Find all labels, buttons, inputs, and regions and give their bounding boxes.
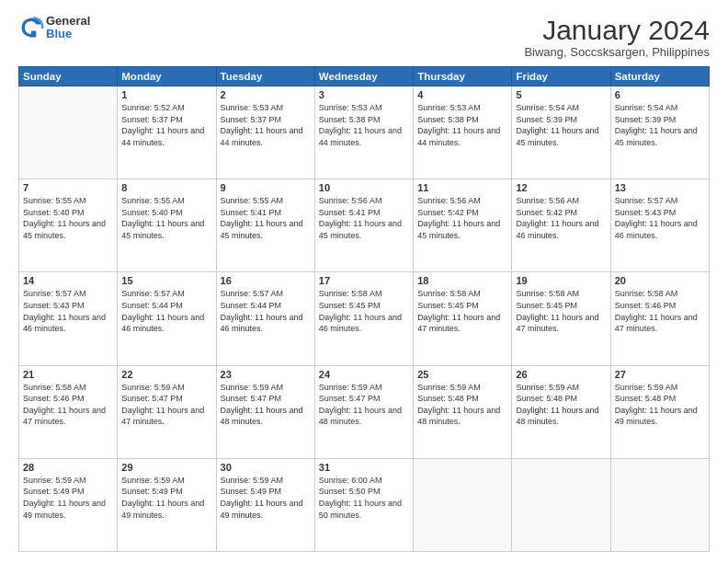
calendar-cell: 3Sunrise: 5:53 AM Sunset: 5:38 PM Daylig… xyxy=(314,86,413,179)
calendar-cell: 15Sunrise: 5:57 AM Sunset: 5:44 PM Dayli… xyxy=(118,272,216,365)
logo-text: General Blue xyxy=(46,15,90,41)
cell-info: Sunrise: 5:57 AM Sunset: 5:44 PM Dayligh… xyxy=(121,288,211,334)
calendar-cell: 29Sunrise: 5:59 AM Sunset: 5:49 PM Dayli… xyxy=(118,458,216,551)
cell-day-number: 24 xyxy=(319,369,409,380)
calendar-cell: 12Sunrise: 5:56 AM Sunset: 5:42 PM Dayli… xyxy=(512,179,610,272)
calendar-cell: 6Sunrise: 5:54 AM Sunset: 5:39 PM Daylig… xyxy=(610,86,709,179)
week-row-2: 14Sunrise: 5:57 AM Sunset: 5:43 PM Dayli… xyxy=(19,272,710,365)
cell-info: Sunrise: 5:53 AM Sunset: 5:38 PM Dayligh… xyxy=(319,102,409,148)
calendar-cell: 19Sunrise: 5:58 AM Sunset: 5:45 PM Dayli… xyxy=(512,272,610,365)
cell-info: Sunrise: 5:52 AM Sunset: 5:37 PM Dayligh… xyxy=(121,102,211,148)
calendar-cell: 24Sunrise: 5:59 AM Sunset: 5:47 PM Dayli… xyxy=(314,365,413,458)
calendar-cell: 7Sunrise: 5:55 AM Sunset: 5:40 PM Daylig… xyxy=(19,179,118,272)
calendar-cell: 23Sunrise: 5:59 AM Sunset: 5:47 PM Dayli… xyxy=(216,365,314,458)
cell-info: Sunrise: 5:59 AM Sunset: 5:49 PM Dayligh… xyxy=(23,475,113,521)
calendar-cell: 11Sunrise: 5:56 AM Sunset: 5:42 PM Dayli… xyxy=(414,179,512,272)
logo-general-text: General xyxy=(46,15,90,28)
calendar-cell: 14Sunrise: 5:57 AM Sunset: 5:43 PM Dayli… xyxy=(19,272,118,365)
cell-day-number: 29 xyxy=(121,462,211,473)
cell-day-number: 11 xyxy=(417,182,507,193)
day-header-monday: Monday xyxy=(118,67,216,86)
cell-info: Sunrise: 5:56 AM Sunset: 5:42 PM Dayligh… xyxy=(516,195,606,241)
calendar-cell xyxy=(414,458,512,551)
calendar-cell xyxy=(610,458,709,551)
week-row-3: 21Sunrise: 5:58 AM Sunset: 5:46 PM Dayli… xyxy=(19,365,710,458)
cell-info: Sunrise: 5:53 AM Sunset: 5:38 PM Dayligh… xyxy=(417,102,507,148)
calendar-cell: 25Sunrise: 5:59 AM Sunset: 5:48 PM Dayli… xyxy=(414,365,512,458)
cell-day-number: 20 xyxy=(615,275,705,286)
cell-info: Sunrise: 5:59 AM Sunset: 5:47 PM Dayligh… xyxy=(221,382,311,428)
cell-info: Sunrise: 5:59 AM Sunset: 5:47 PM Dayligh… xyxy=(121,382,211,428)
calendar-table: SundayMondayTuesdayWednesdayThursdayFrid… xyxy=(18,66,710,552)
calendar-cell: 17Sunrise: 5:58 AM Sunset: 5:45 PM Dayli… xyxy=(314,272,413,365)
cell-info: Sunrise: 5:57 AM Sunset: 5:44 PM Dayligh… xyxy=(221,288,311,334)
calendar-cell xyxy=(512,458,610,551)
cell-info: Sunrise: 5:57 AM Sunset: 5:43 PM Dayligh… xyxy=(615,195,705,241)
cell-info: Sunrise: 5:54 AM Sunset: 5:39 PM Dayligh… xyxy=(516,102,606,148)
cell-info: Sunrise: 5:54 AM Sunset: 5:39 PM Dayligh… xyxy=(615,102,705,148)
cell-day-number: 12 xyxy=(516,182,606,193)
cell-day-number: 28 xyxy=(23,462,113,473)
calendar-cell xyxy=(19,86,118,179)
cell-info: Sunrise: 5:59 AM Sunset: 5:48 PM Dayligh… xyxy=(516,382,606,428)
cell-day-number: 5 xyxy=(516,89,606,100)
cell-day-number: 31 xyxy=(319,462,409,473)
day-header-wednesday: Wednesday xyxy=(314,67,413,86)
calendar-cell: 22Sunrise: 5:59 AM Sunset: 5:47 PM Dayli… xyxy=(118,365,216,458)
cell-day-number: 7 xyxy=(23,182,113,193)
cell-day-number: 1 xyxy=(121,89,211,100)
cell-day-number: 16 xyxy=(221,275,311,286)
main-title: January 2024 xyxy=(524,15,710,45)
page: General Blue January 2024 Biwang, Soccsk… xyxy=(0,0,728,563)
calendar-cell: 31Sunrise: 6:00 AM Sunset: 5:50 PM Dayli… xyxy=(314,458,413,551)
cell-info: Sunrise: 6:00 AM Sunset: 5:50 PM Dayligh… xyxy=(319,475,409,521)
cell-info: Sunrise: 5:58 AM Sunset: 5:46 PM Dayligh… xyxy=(23,382,113,428)
cell-day-number: 13 xyxy=(615,182,705,193)
calendar-cell: 27Sunrise: 5:59 AM Sunset: 5:48 PM Dayli… xyxy=(610,365,709,458)
week-row-4: 28Sunrise: 5:59 AM Sunset: 5:49 PM Dayli… xyxy=(19,458,710,551)
cell-info: Sunrise: 5:56 AM Sunset: 5:42 PM Dayligh… xyxy=(417,195,507,241)
calendar-cell: 4Sunrise: 5:53 AM Sunset: 5:38 PM Daylig… xyxy=(414,86,512,179)
cell-day-number: 14 xyxy=(23,275,113,286)
cell-day-number: 30 xyxy=(221,462,311,473)
calendar-header-row: SundayMondayTuesdayWednesdayThursdayFrid… xyxy=(19,67,710,86)
calendar-cell: 9Sunrise: 5:55 AM Sunset: 5:41 PM Daylig… xyxy=(216,179,314,272)
day-header-saturday: Saturday xyxy=(610,67,709,86)
title-block: January 2024 Biwang, Soccsksargen, Phili… xyxy=(524,15,710,59)
day-header-friday: Friday xyxy=(512,67,610,86)
cell-info: Sunrise: 5:58 AM Sunset: 5:46 PM Dayligh… xyxy=(615,288,705,334)
cell-info: Sunrise: 5:57 AM Sunset: 5:43 PM Dayligh… xyxy=(23,288,113,334)
cell-info: Sunrise: 5:55 AM Sunset: 5:40 PM Dayligh… xyxy=(23,195,113,241)
cell-day-number: 22 xyxy=(121,369,211,380)
day-header-thursday: Thursday xyxy=(414,67,512,86)
cell-day-number: 9 xyxy=(221,182,311,193)
cell-day-number: 15 xyxy=(121,275,211,286)
logo: General Blue xyxy=(18,15,90,41)
cell-info: Sunrise: 5:53 AM Sunset: 5:37 PM Dayligh… xyxy=(221,102,311,148)
cell-day-number: 2 xyxy=(221,89,311,100)
cell-info: Sunrise: 5:55 AM Sunset: 5:40 PM Dayligh… xyxy=(121,195,211,241)
calendar-cell: 26Sunrise: 5:59 AM Sunset: 5:48 PM Dayli… xyxy=(512,365,610,458)
cell-day-number: 19 xyxy=(516,275,606,286)
cell-day-number: 6 xyxy=(615,89,705,100)
week-row-1: 7Sunrise: 5:55 AM Sunset: 5:40 PM Daylig… xyxy=(19,179,710,272)
calendar-cell: 18Sunrise: 5:58 AM Sunset: 5:45 PM Dayli… xyxy=(414,272,512,365)
cell-day-number: 10 xyxy=(319,182,409,193)
calendar-cell: 20Sunrise: 5:58 AM Sunset: 5:46 PM Dayli… xyxy=(610,272,709,365)
subtitle: Biwang, Soccsksargen, Philippines xyxy=(524,45,710,59)
cell-day-number: 17 xyxy=(319,275,409,286)
cell-day-number: 18 xyxy=(417,275,507,286)
cell-info: Sunrise: 5:55 AM Sunset: 5:41 PM Dayligh… xyxy=(221,195,311,241)
cell-info: Sunrise: 5:58 AM Sunset: 5:45 PM Dayligh… xyxy=(319,288,409,334)
cell-info: Sunrise: 5:59 AM Sunset: 5:49 PM Dayligh… xyxy=(221,475,311,521)
calendar-cell: 8Sunrise: 5:55 AM Sunset: 5:40 PM Daylig… xyxy=(118,179,216,272)
calendar-cell: 2Sunrise: 5:53 AM Sunset: 5:37 PM Daylig… xyxy=(216,86,314,179)
cell-day-number: 8 xyxy=(121,182,211,193)
cell-info: Sunrise: 5:56 AM Sunset: 5:41 PM Dayligh… xyxy=(319,195,409,241)
cell-info: Sunrise: 5:58 AM Sunset: 5:45 PM Dayligh… xyxy=(516,288,606,334)
cell-day-number: 21 xyxy=(23,369,113,380)
week-row-0: 1Sunrise: 5:52 AM Sunset: 5:37 PM Daylig… xyxy=(19,86,710,179)
cell-info: Sunrise: 5:59 AM Sunset: 5:49 PM Dayligh… xyxy=(121,475,211,521)
calendar-cell: 10Sunrise: 5:56 AM Sunset: 5:41 PM Dayli… xyxy=(314,179,413,272)
cell-info: Sunrise: 5:58 AM Sunset: 5:45 PM Dayligh… xyxy=(417,288,507,334)
